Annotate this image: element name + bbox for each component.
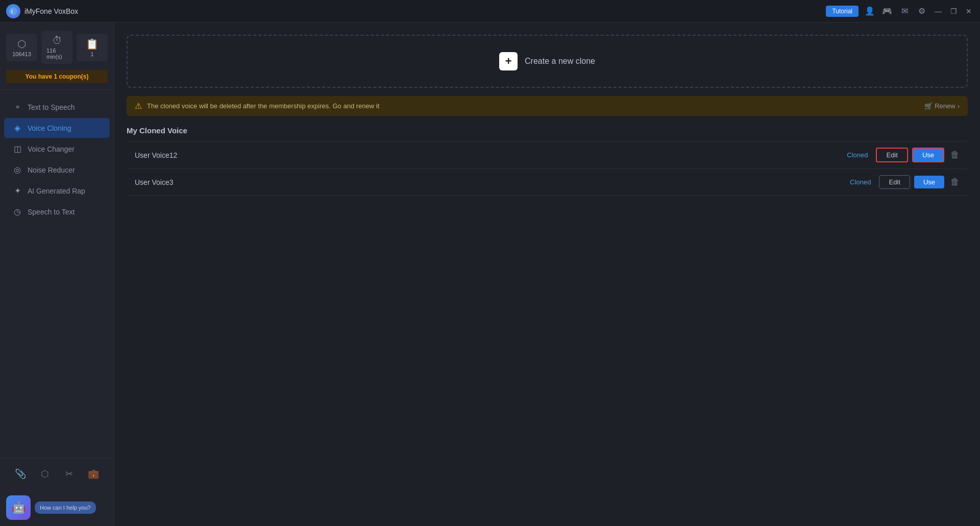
cart-icon: 🛒: [924, 102, 933, 110]
mail-icon[interactable]: ✉: [898, 5, 911, 17]
edit-button-2[interactable]: Edit: [879, 175, 910, 189]
titlebar-actions: Tutorial 👤 🎮 ✉ ⚙ — ❐ ✕: [826, 5, 974, 17]
stat-minutes: ⏱ 116 min(s): [41, 31, 72, 64]
speech-to-text-icon: ◷: [12, 207, 22, 217]
voice-row-1: User Voice12 Cloned Edit Use 🗑: [127, 141, 968, 169]
warning-message: ⚠ The cloned voice will be deleted after…: [135, 101, 379, 111]
plus-icon: +: [499, 52, 518, 70]
sidebar-item-speech-to-text[interactable]: ◷ Speech to Text: [4, 202, 110, 222]
warning-bar: ⚠ The cloned voice will be deleted after…: [127, 96, 968, 116]
sidebar-item-ai-generated-rap[interactable]: ✦ AI Generated Rap: [4, 181, 110, 201]
create-clone-area[interactable]: + Create a new clone: [127, 35, 968, 88]
create-clone-label: Create a new clone: [525, 57, 595, 66]
attachment-icon[interactable]: 📎: [11, 465, 30, 483]
minutes-value: 116 min(s): [46, 47, 67, 60]
cloned-badge-1: Cloned: [847, 151, 868, 159]
voice-list: User Voice12 Cloned Edit Use 🗑 User Voic…: [127, 141, 968, 196]
app-title: iMyFone VoxBox: [24, 7, 826, 15]
sidebar-nav: ⚬ Text to Speech ◈ Voice Cloning ◫ Voice…: [0, 92, 114, 458]
ai-rap-icon: ✦: [12, 186, 22, 196]
use-button-1[interactable]: Use: [912, 148, 944, 162]
chatbot-area[interactable]: 🤖 How can I help you?: [0, 489, 114, 526]
voice-name-2: User Voice3: [135, 178, 850, 186]
section-title: My Cloned Voice: [127, 126, 968, 135]
voice-cloning-icon: ◈: [12, 123, 22, 133]
main-content: + Create a new clone ⚠ The cloned voice …: [114, 22, 980, 526]
voice-name-1: User Voice12: [135, 151, 847, 159]
sidebar-item-noise-reducer[interactable]: ◎ Noise Reducer: [4, 160, 110, 180]
clones-icon: 📋: [86, 38, 99, 50]
edit-button-1[interactable]: Edit: [876, 148, 908, 162]
chat-bubble-text: How can I help you?: [40, 505, 91, 511]
sidebar: ⬡ 106413 ⏱ 116 min(s) 📋 1 You have 1 cou…: [0, 22, 114, 526]
renew-link[interactable]: 🛒 Renew ›: [924, 102, 960, 110]
stat-clones: 📋 1: [77, 34, 108, 61]
close-button[interactable]: ✕: [964, 6, 974, 16]
warning-text: The cloned voice will be deleted after t…: [147, 102, 379, 110]
sidebar-stats: ⬡ 106413 ⏱ 116 min(s) 📋 1: [0, 22, 114, 68]
noise-reducer-label: Noise Reducer: [28, 166, 75, 174]
titlebar: i iMyFone VoxBox Tutorial 👤 🎮 ✉ ⚙ — ❐ ✕: [0, 0, 980, 22]
repeat-icon[interactable]: ⬡: [36, 465, 54, 483]
user-icon[interactable]: 👤: [864, 5, 876, 17]
briefcase-icon[interactable]: 💼: [84, 465, 103, 483]
row-actions-1: Edit Use 🗑: [876, 148, 960, 162]
voice-changer-icon: ◫: [12, 144, 22, 154]
sidebar-item-text-to-speech[interactable]: ⚬ Text to Speech: [4, 97, 110, 117]
settings-icon[interactable]: ⚙: [916, 5, 928, 17]
text-to-speech-label: Text to Speech: [28, 103, 75, 111]
ai-rap-label: AI Generated Rap: [28, 187, 85, 195]
renew-label: Renew: [935, 102, 955, 110]
coupon-bar[interactable]: You have 1 coupon(s): [6, 70, 108, 83]
clones-value: 1: [90, 51, 93, 57]
svg-point-0: [9, 7, 17, 15]
chatbot-avatar: 🤖: [6, 495, 31, 520]
row-actions-2: Edit Use 🗑: [879, 175, 960, 189]
sidebar-item-voice-cloning[interactable]: ◈ Voice Cloning: [4, 118, 110, 138]
chat-bubble: How can I help you?: [35, 501, 96, 514]
characters-icon: ⬡: [17, 38, 26, 50]
delete-icon-2[interactable]: 🗑: [950, 177, 960, 187]
game-icon[interactable]: 🎮: [881, 5, 893, 17]
warning-icon: ⚠: [135, 101, 142, 111]
voice-changer-label: Voice Changer: [28, 145, 75, 153]
noise-reducer-icon: ◎: [12, 165, 22, 175]
use-button-2[interactable]: Use: [914, 176, 944, 188]
cut-icon[interactable]: ✂: [60, 465, 78, 483]
sidebar-divider: [0, 89, 114, 90]
characters-value: 106413: [12, 51, 31, 57]
svg-text:i: i: [11, 9, 13, 14]
delete-icon-1[interactable]: 🗑: [950, 150, 960, 160]
minimize-button[interactable]: —: [933, 6, 943, 16]
text-to-speech-icon: ⚬: [12, 102, 22, 112]
cloned-badge-2: Cloned: [850, 178, 871, 186]
sidebar-item-voice-changer[interactable]: ◫ Voice Changer: [4, 139, 110, 159]
maximize-button[interactable]: ❐: [948, 6, 959, 16]
stat-characters: ⬡ 106413: [6, 34, 37, 61]
tutorial-button[interactable]: Tutorial: [826, 6, 859, 17]
app-logo: i: [6, 4, 20, 18]
create-btn-inner: + Create a new clone: [499, 52, 595, 70]
minutes-icon: ⏱: [52, 35, 62, 46]
chevron-right-icon: ›: [958, 102, 960, 110]
voice-row-2: User Voice3 Cloned Edit Use 🗑: [127, 169, 968, 196]
app-body: ⬡ 106413 ⏱ 116 min(s) 📋 1 You have 1 cou…: [0, 22, 980, 526]
sidebar-bottom: 📎 ⬡ ✂ 💼: [0, 458, 114, 489]
voice-cloning-label: Voice Cloning: [28, 124, 71, 132]
speech-to-text-label: Speech to Text: [28, 208, 75, 216]
